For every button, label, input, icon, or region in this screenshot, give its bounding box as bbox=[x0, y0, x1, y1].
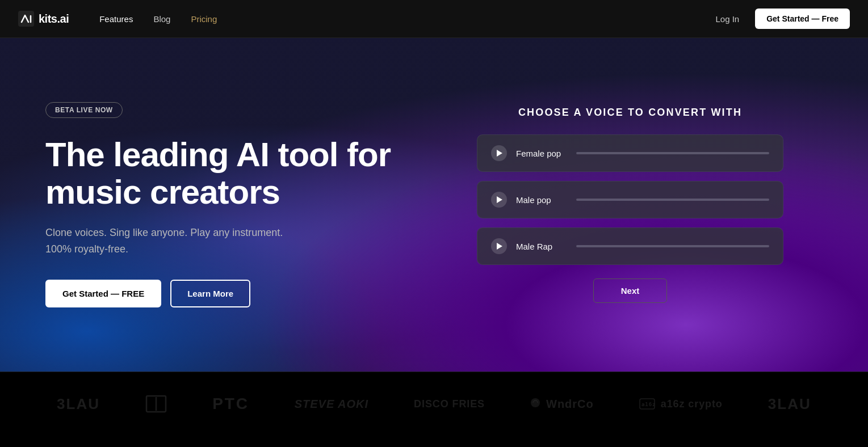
logo-wndrco: WndrCo bbox=[530, 398, 594, 411]
voice-panel: CHOOSE A VOICE TO CONVERT WITH Female po… bbox=[477, 95, 783, 314]
logo-disco-fries: DISCO FRIES bbox=[414, 398, 485, 410]
logo-electric-max bbox=[145, 395, 167, 413]
hero-left: BETA LIVE NOW The leading AI tool for mu… bbox=[45, 102, 431, 308]
hero-right: CHOOSE A VOICE TO CONVERT WITH Female po… bbox=[477, 95, 783, 314]
svg-point-3 bbox=[531, 398, 540, 407]
logo[interactable]: kits.ai bbox=[18, 11, 69, 27]
play-icon-female-pop bbox=[497, 150, 502, 157]
voice-waveform-male-pop bbox=[576, 199, 769, 201]
voice-waveform-male-rap bbox=[576, 245, 769, 247]
voice-option-male-pop[interactable]: Male pop bbox=[477, 181, 783, 218]
logo-text: kits.ai bbox=[39, 12, 69, 26]
logo-ptc: PTC bbox=[212, 395, 249, 413]
voice-name-male-rap: Male Rap bbox=[516, 242, 567, 251]
login-link[interactable]: Log In bbox=[708, 10, 746, 28]
logo-blau-1: 3LAU bbox=[57, 395, 100, 413]
logos-section: 3LAU PTC STEVE AOKI DISCO FRIES WndrCo a… bbox=[0, 372, 868, 436]
nav-blog[interactable]: Blog bbox=[145, 10, 178, 28]
svg-text:a16z: a16z bbox=[641, 402, 655, 407]
nav-features[interactable]: Features bbox=[91, 10, 141, 28]
logo-steve-aoki: STEVE AOKI bbox=[295, 398, 368, 411]
logo-blau-2: 3LAU bbox=[768, 395, 811, 413]
voice-next-button[interactable]: Next bbox=[593, 279, 668, 303]
voice-waveform-female-pop bbox=[576, 152, 769, 154]
nav-cta-button[interactable]: Get Started — Free bbox=[755, 9, 850, 29]
play-button-female-pop[interactable] bbox=[491, 145, 507, 161]
nav-right: Log In Get Started — Free bbox=[708, 9, 850, 29]
hero-subtitle: Clone voices. Sing like anyone. Play any… bbox=[45, 225, 431, 258]
nav-links: Features Blog Pricing bbox=[91, 10, 708, 28]
logo-a16z: a16z a16z crypto bbox=[639, 398, 723, 410]
hero-cta-primary[interactable]: Get Started — FREE bbox=[45, 280, 161, 307]
play-icon-male-rap bbox=[497, 243, 502, 250]
voice-name-female-pop: Female pop bbox=[516, 149, 567, 158]
play-button-male-pop[interactable] bbox=[491, 192, 507, 208]
voice-option-female-pop[interactable]: Female pop bbox=[477, 134, 783, 172]
hero-title: The leading AI tool for music creators bbox=[45, 136, 431, 211]
play-button-male-rap[interactable] bbox=[491, 238, 507, 254]
voice-option-male-rap[interactable]: Male Rap bbox=[477, 227, 783, 265]
hero-section: BETA LIVE NOW The leading AI tool for mu… bbox=[0, 38, 868, 372]
hero-buttons: Get Started — FREE Learn More bbox=[45, 280, 431, 307]
hero-cta-secondary[interactable]: Learn More bbox=[170, 280, 250, 307]
hero-badge: BETA LIVE NOW bbox=[45, 102, 123, 118]
voice-panel-title: CHOOSE A VOICE TO CONVERT WITH bbox=[477, 107, 783, 119]
voice-name-male-pop: Male pop bbox=[516, 195, 567, 205]
hero-content: BETA LIVE NOW The leading AI tool for mu… bbox=[0, 38, 868, 372]
nav-pricing[interactable]: Pricing bbox=[183, 10, 225, 28]
play-icon-male-pop bbox=[497, 196, 502, 203]
navbar: kits.ai Features Blog Pricing Log In Get… bbox=[0, 0, 868, 38]
